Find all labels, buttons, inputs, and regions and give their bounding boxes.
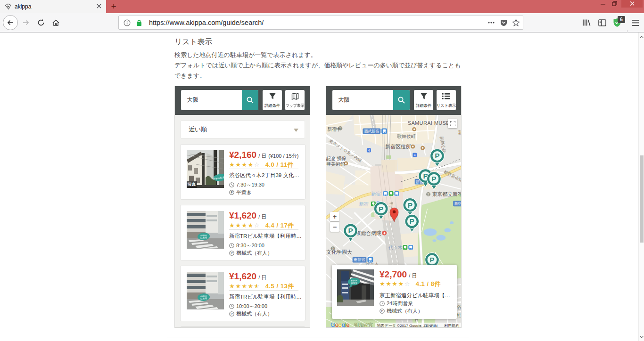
app-search-button[interactable]	[393, 90, 410, 110]
app-search-field[interactable]: 大阪	[181, 90, 258, 110]
screenshot-list-view: 大阪 詳細条件 マップ表示 近い順	[174, 86, 310, 328]
star-full-icon: ★	[229, 161, 235, 168]
map-label: 新	[458, 130, 461, 135]
https-lock-icon[interactable]	[133, 16, 145, 29]
zoom-out-button[interactable]: −	[330, 222, 339, 232]
app-search-field[interactable]: 大阪	[332, 90, 410, 110]
app-filter-button[interactable]: 詳細条件	[414, 90, 433, 110]
web-page-content: リスト表示 検索した地点付近の駐車場が一覧で表示されます。デフォルトでは近い順で…	[0, 32, 638, 341]
scrollbar-thumb[interactable]	[640, 155, 644, 243]
star-full-icon: ★	[235, 283, 241, 290]
listing-rating-value: 4.5 / 13件	[265, 283, 294, 290]
page-heading: リスト表示	[174, 37, 212, 47]
app-filter-label: 詳細条件	[260, 103, 284, 109]
browser-navbar: https://www.akippa.com/guide/search/ 6	[0, 13, 644, 32]
scrollbar-down-arrow[interactable]	[639, 333, 644, 340]
browser-scrollbar[interactable]	[638, 32, 644, 341]
star-full-icon: ★	[229, 222, 235, 229]
map-label: 文化学園大	[326, 249, 352, 255]
app-search-value[interactable]: 大阪	[338, 90, 350, 110]
app-header-map: 大阪 詳細条件 リスト表示	[326, 86, 461, 115]
listing-rating-value: 4.4 / 17件	[265, 222, 294, 229]
browser-tab[interactable]: akippa	[0, 0, 106, 13]
home-button[interactable]	[49, 15, 63, 31]
list-icon	[442, 92, 450, 100]
site-info-icon[interactable]	[121, 16, 133, 29]
map-fullscreen-button[interactable]	[448, 119, 457, 128]
listing-price-unit: / 日	[258, 214, 266, 219]
app-header-list: 大阪 詳細条件 マップ表示	[175, 86, 310, 115]
screenshot-map-view: 大阪 詳細条件 リスト表示	[326, 86, 462, 328]
listing-name: 京王新宿追分ビル駐車場【…	[380, 292, 456, 299]
star-full-icon: ★	[235, 222, 241, 229]
map-icon	[291, 92, 299, 100]
pocket-icon[interactable]	[497, 16, 510, 29]
parking-listing-card[interactable]: akippa 駐車場 ¥1,620/ 日 ★★★★☆4.4 / 17件 新宿TR…	[180, 205, 305, 260]
star-full-icon: ★	[229, 283, 235, 290]
shield-badge-count: 6	[618, 16, 625, 23]
listing-hours: 8:30～20:00	[229, 242, 264, 249]
svg-text:文: 文	[427, 193, 429, 196]
back-button[interactable]	[3, 15, 18, 30]
svg-text:P: P	[431, 175, 436, 183]
map-label: 谷	[457, 305, 461, 310]
forward-button[interactable]	[19, 15, 33, 31]
tab-close-icon[interactable]	[95, 2, 103, 11]
page-actions-icon[interactable]	[485, 16, 497, 29]
listing-price-row: ¥2,700/ 日	[380, 269, 417, 280]
sidebar-button[interactable]	[595, 15, 609, 31]
bookmark-star-icon[interactable]	[510, 16, 522, 29]
zoom-in-button[interactable]: +	[330, 212, 339, 221]
parking-photo: akippa 駐車場	[337, 269, 374, 306]
map-label: 歌舞伎町	[397, 134, 416, 139]
library-button[interactable]	[579, 15, 594, 31]
map-terms-link[interactable]: 利用規約	[444, 324, 459, 327]
window-restore-button[interactable]	[607, 0, 621, 8]
parking-listing-card[interactable]: akippa 駐車場 ¥1,620/ 日 ★★★★☆★4.5 / 13件 新宿T…	[180, 266, 305, 321]
window-close-button[interactable]	[621, 0, 643, 8]
map-station-label: 新宿	[454, 202, 461, 206]
parking-type-icon: P	[229, 311, 234, 317]
selected-parking-card[interactable]: akippa 駐車場 ¥2,700/ 日 ★★★★☆4.1 / 8件 京王新宿追…	[332, 265, 457, 319]
map-station-label: 西武新宿	[364, 129, 379, 133]
listing-price: ¥1,620	[229, 271, 256, 281]
listing-hours: 10:00～20:00	[229, 303, 267, 310]
app-map-toggle-button[interactable]: マップ表示	[285, 90, 305, 110]
map-canvas[interactable]: 西武新宿南新宿新宿新宿 文文文44 SAMURAI MUSE新宿中歌舞伎町新宿区…	[326, 115, 461, 327]
map-label: 東京都立新宿	[432, 191, 461, 197]
scrollbar-up-arrow[interactable]	[639, 33, 644, 40]
app-filter-label: 詳細条件	[412, 103, 436, 109]
map-label: 社	[457, 313, 461, 318]
app-search-button[interactable]	[242, 90, 258, 110]
reload-button[interactable]	[34, 15, 48, 31]
app-search-value[interactable]: 大阪	[187, 90, 198, 110]
akippa-favicon	[4, 3, 12, 10]
svg-text:4: 4	[368, 149, 370, 152]
clock-icon	[229, 243, 234, 248]
app-list-toggle-button[interactable]: リスト表示	[437, 90, 456, 110]
svg-text:P: P	[381, 309, 383, 313]
star-full-icon: ★	[398, 280, 404, 287]
url-text[interactable]: https://www.akippa.com/guide/search/	[149, 19, 485, 26]
sort-dropdown[interactable]: 近い順	[181, 121, 305, 138]
map-label: 京総合病院	[356, 230, 382, 236]
listing-price-unit: / 日	[258, 153, 266, 159]
app-filter-button[interactable]: 詳細条件	[263, 90, 282, 110]
magnifier-icon	[397, 96, 405, 104]
hamburger-menu-button[interactable]	[628, 15, 642, 31]
listing-price-row: ¥2,160/ 日(¥100 / 15分)	[229, 150, 298, 160]
parking-type-icon: P	[229, 251, 234, 256]
url-bar[interactable]: https://www.akippa.com/guide/search/	[118, 16, 523, 30]
listing-rating-row: ★★★★☆4.0 / 11件	[229, 160, 294, 169]
map-label: SAMURAI MUSE	[408, 120, 450, 126]
star-full-icon: ★	[235, 161, 241, 168]
listing-price: ¥1,620	[229, 211, 256, 220]
sort-value: 近い順	[189, 121, 207, 138]
parking-listing-card[interactable]: akippa駐車場 写真 ¥2,160/ 日(¥100 / 15分) ★★★★☆…	[180, 144, 305, 200]
map-station-label: 南新宿	[354, 258, 365, 262]
map-label: 新宿区役所	[385, 144, 411, 149]
parking-listing-card	[180, 326, 305, 328]
listing-rating-row: ★★★★☆4.4 / 17件	[229, 221, 294, 230]
svg-text:P: P	[408, 201, 413, 209]
new-tab-button[interactable]: +	[107, 1, 120, 12]
